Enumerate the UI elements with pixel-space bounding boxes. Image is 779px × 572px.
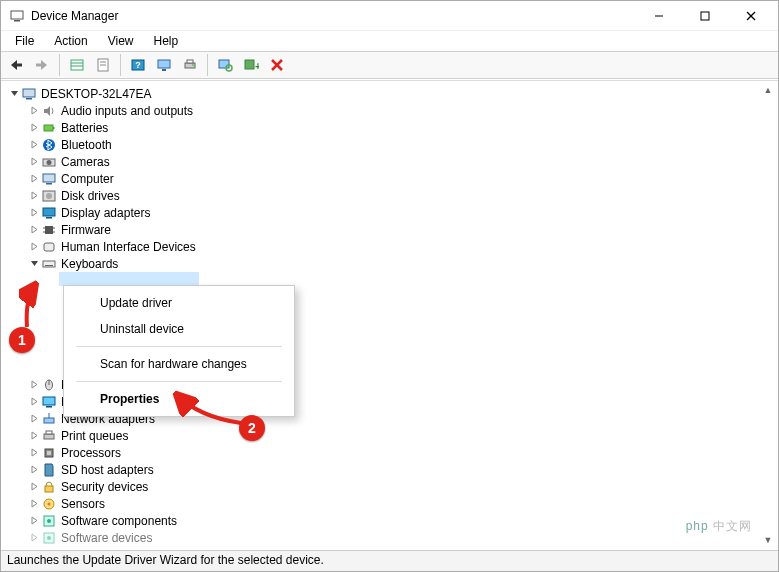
menu-view[interactable]: View [98,32,144,50]
display-icon [41,205,57,221]
tree-node[interactable]: DESKTOP-32L47EA [1,85,778,102]
print-button[interactable] [178,53,202,77]
maximize-button[interactable] [682,1,728,31]
svg-point-33 [47,160,52,165]
sensor-icon [41,496,57,512]
menu-action[interactable]: Action [44,32,97,50]
tree-node-label: Bluetooth [61,138,112,152]
svg-point-61 [48,502,51,505]
tree-node[interactable]: Firmware [1,221,778,238]
window-title: Device Manager [31,9,636,23]
camera-icon [41,154,57,170]
svg-rect-3 [701,12,709,20]
svg-rect-39 [46,217,52,219]
minimize-button[interactable] [636,1,682,31]
mouse-icon [41,377,57,393]
tree-node-label: Processors [61,446,121,460]
chevron-right-icon[interactable] [27,397,41,406]
tree-node[interactable]: Human Interface Devices [1,238,778,255]
menu-file[interactable]: File [5,32,44,50]
component-icon [41,513,57,529]
chevron-right-icon[interactable] [27,448,41,457]
tree-node[interactable]: Sensors [1,495,778,512]
chevron-right-icon[interactable] [27,225,41,234]
properties-button[interactable] [91,53,115,77]
ctx-scan-hardware[interactable]: Scan for hardware changes [64,351,294,377]
tree-node[interactable]: Processors [1,444,778,461]
svg-rect-23 [245,60,254,69]
svg-point-65 [47,536,51,540]
chevron-right-icon[interactable] [27,499,41,508]
tree-node[interactable]: Disk drives [1,187,778,204]
svg-rect-52 [46,406,52,408]
speaker-icon [41,103,57,119]
svg-rect-46 [43,261,55,267]
tree-node[interactable]: Display adapters [1,204,778,221]
tree-node[interactable]: Software devices [1,529,778,546]
tree-node[interactable]: Audio inputs and outputs [1,102,778,119]
status-text: Launches the Update Driver Wizard for th… [7,553,324,567]
chevron-right-icon[interactable] [27,191,41,200]
chevron-down-icon[interactable] [27,259,41,268]
chevron-right-icon[interactable] [27,431,41,440]
monitor-button[interactable] [152,53,176,77]
add-hardware-button[interactable]: + [239,53,263,77]
svg-text:+: + [255,61,259,72]
chevron-right-icon[interactable] [27,208,41,217]
chevron-right-icon[interactable] [27,123,41,132]
svg-rect-6 [17,64,22,67]
svg-rect-45 [44,243,54,251]
chevron-right-icon[interactable] [27,106,41,115]
menu-help[interactable]: Help [144,32,189,50]
chevron-right-icon[interactable] [27,516,41,525]
chevron-right-icon[interactable] [27,380,41,389]
tree-node[interactable]: Software components [1,512,778,529]
show-hidden-button[interactable] [65,53,89,77]
chevron-right-icon[interactable] [27,242,41,251]
tree-node-label: DESKTOP-32L47EA [41,87,152,101]
bluetooth-icon [41,137,57,153]
svg-rect-16 [158,60,170,68]
tree-node[interactable]: SD host adapters [1,461,778,478]
printer-icon [41,428,57,444]
close-button[interactable] [728,1,774,31]
back-button[interactable] [4,53,28,77]
toolbar-separator [59,54,60,76]
remove-button[interactable] [265,53,289,77]
tree-node[interactable]: Bluetooth [1,136,778,153]
tree-node[interactable]: Cameras [1,153,778,170]
chevron-right-icon[interactable] [27,157,41,166]
tree-node[interactable]: Keyboards [1,255,778,272]
ctx-update-driver[interactable]: Update driver [64,290,294,316]
watermark: php php 中文网中文网 [670,512,768,541]
tree-node[interactable]: Security devices [1,478,778,495]
tree-node[interactable] [59,272,199,286]
tree-node-label: Firmware [61,223,111,237]
callout-2: 2 [239,415,265,441]
scan-hardware-button[interactable] [213,53,237,77]
context-menu-separator [76,381,282,382]
chevron-right-icon[interactable] [27,140,41,149]
chevron-right-icon[interactable] [27,533,41,542]
toolbar: ? + [1,51,778,79]
tree-node-label: Cameras [61,155,110,169]
chevron-right-icon[interactable] [27,482,41,491]
forward-button[interactable] [30,53,54,77]
help-button[interactable]: ? [126,53,150,77]
chevron-right-icon[interactable] [27,465,41,474]
tree-node-label: Software components [61,514,177,528]
svg-rect-29 [44,125,53,131]
chevron-right-icon[interactable] [27,174,41,183]
svg-rect-34 [43,174,55,182]
scrollbar[interactable]: ▲ ▼ [760,82,776,548]
tree-node[interactable]: Computer [1,170,778,187]
tree-node-label: Display adapters [61,206,150,220]
ctx-uninstall-device[interactable]: Uninstall device [64,316,294,342]
scroll-up-icon[interactable]: ▲ [760,82,776,98]
tree-node[interactable]: Batteries [1,119,778,136]
svg-rect-30 [53,127,55,129]
chevron-right-icon[interactable] [27,414,41,423]
app-icon [9,8,25,24]
tree-node[interactable]: Print queues [1,427,778,444]
chevron-down-icon[interactable] [7,89,21,98]
